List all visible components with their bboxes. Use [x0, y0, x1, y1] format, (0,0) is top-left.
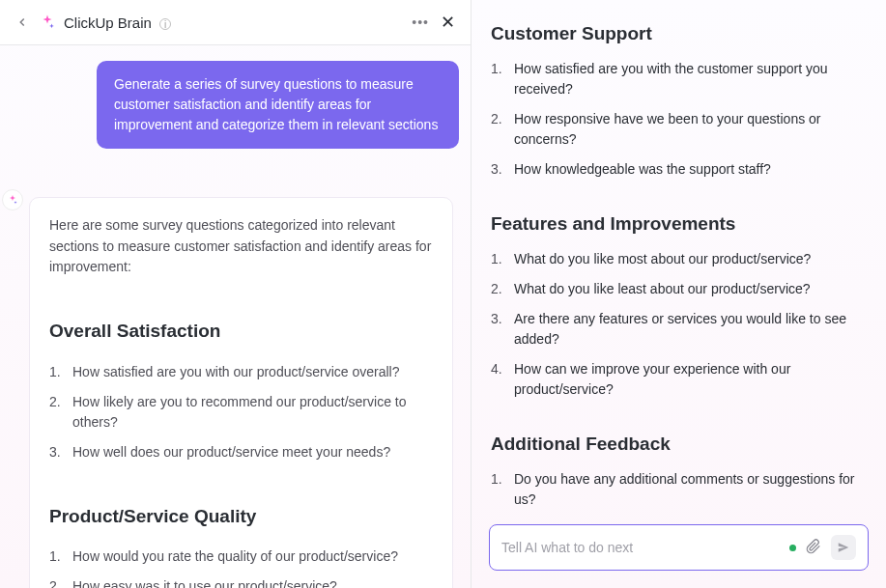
back-icon[interactable]: [15, 15, 29, 29]
chat-panel: ClickUp Brain i ••• ✕ Generate a series …: [0, 0, 472, 588]
section-title: Customer Support: [491, 23, 859, 44]
section-title: Features and Improvements: [491, 213, 859, 235]
list-item: How likely are you to recommend our prod…: [49, 387, 433, 437]
prompt-input-wrap[interactable]: [489, 524, 869, 571]
question-list: How would you rate the quality of our pr…: [49, 542, 433, 588]
attachment-icon[interactable]: [806, 539, 821, 557]
list-item: What do you like most about our product/…: [491, 244, 859, 274]
list-item: What do you like least about our product…: [491, 274, 859, 304]
section-title: Overall Satisfaction: [49, 317, 433, 345]
list-item: How responsive have we been to your ques…: [491, 104, 859, 154]
ai-message: Here are some survey questions categoriz…: [29, 197, 453, 588]
question-list: How satisfied are you with the customer …: [491, 54, 859, 184]
list-item: How would you rate the quality of our pr…: [49, 542, 433, 572]
question-list: How satisfied are you with our product/s…: [49, 357, 433, 467]
list-item: How knowledgeable was the support staff?: [491, 154, 859, 184]
list-item: How well does our product/service meet y…: [49, 437, 433, 467]
info-icon[interactable]: i: [159, 18, 171, 30]
chat-header: ClickUp Brain i ••• ✕: [0, 0, 471, 45]
close-icon[interactable]: ✕: [441, 12, 455, 33]
user-message: Generate a series of survey questions to…: [97, 61, 459, 149]
input-row: [472, 511, 886, 588]
send-button[interactable]: [831, 535, 856, 560]
page-title: ClickUp Brain i: [64, 14, 412, 31]
list-item: Do you have any additional comments or s…: [491, 464, 859, 511]
section-title: Product/Service Quality: [49, 502, 433, 530]
list-item: How easy was it to use our product/servi…: [49, 572, 433, 588]
list-item: Are there any features or services you w…: [491, 304, 859, 354]
detail-body: Customer Support How satisfied are you w…: [472, 0, 886, 511]
more-icon[interactable]: •••: [412, 14, 429, 30]
question-list: Do you have any additional comments or s…: [491, 464, 859, 511]
list-item: How satisfied are you with the customer …: [491, 54, 859, 104]
detail-panel: Customer Support How satisfied are you w…: [472, 0, 886, 588]
chat-body: Generate a series of survey questions to…: [0, 45, 471, 588]
list-item: How satisfied are you with our product/s…: [49, 357, 433, 387]
section-title: Additional Feedback: [491, 434, 859, 455]
list-item: How can we improve your experience with …: [491, 354, 859, 405]
sparkle-icon: [39, 14, 56, 31]
status-dot: [789, 545, 796, 551]
question-list: What do you like most about our product/…: [491, 244, 859, 405]
prompt-input[interactable]: [501, 540, 780, 555]
response-intro: Here are some survey questions categoriz…: [49, 215, 433, 278]
ai-avatar: [2, 189, 23, 210]
